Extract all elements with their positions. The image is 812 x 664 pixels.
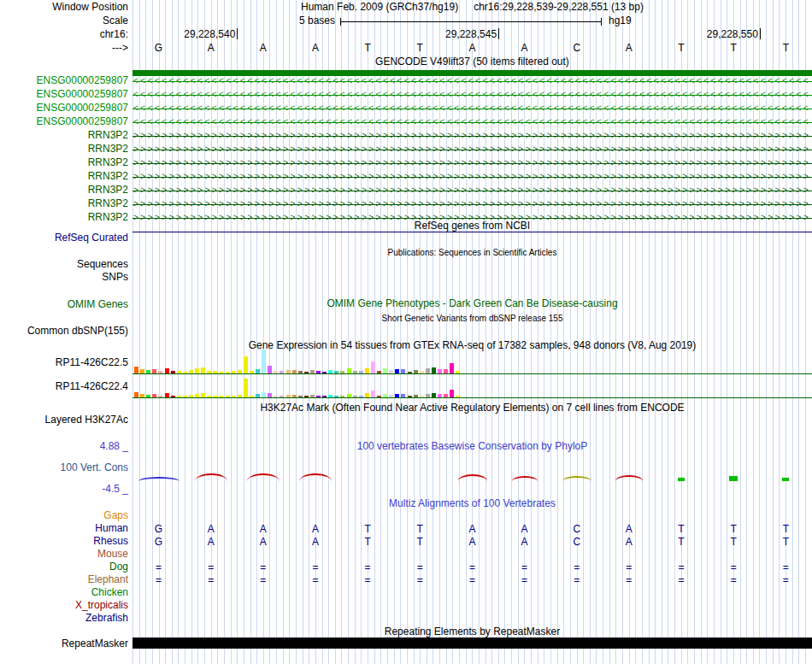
gene-row-arrows[interactable]: <<<<<<<<<<<<<<<<<<<<<<<<<<<<<<<<<<<<<<<<… (133, 116, 810, 128)
gene-row-arrows[interactable]: >>>>>>>>>>>>>>>>>>>>>>>>>>>>>>>>>>>>>>>>… (133, 171, 810, 183)
ruler-base: T (394, 43, 446, 54)
gtex-tissue-bar (256, 369, 260, 373)
multiz-cell: T (760, 537, 812, 548)
multiz-cell: C (550, 524, 603, 535)
gtex-tissue-bar (322, 396, 327, 397)
multiz-species-label[interactable]: Human (95, 523, 128, 534)
gtex-tissue-bar (365, 368, 369, 373)
gene-row-label[interactable]: RRN3P2 (88, 185, 128, 196)
gene-row-arrows[interactable]: >>>>>>>>>>>>>>>>>>>>>>>>>>>>>>>>>>>>>>>>… (133, 144, 810, 156)
multiz-cell: T (656, 537, 708, 548)
multiz-cell: = (550, 562, 603, 573)
gtex-tissue-bar (395, 394, 399, 397)
gtex-gene-label[interactable]: RP11-426C22.5 (56, 357, 128, 368)
multiz-track-title[interactable]: Multiz Alignments of 100 Vertebrates (132, 498, 812, 509)
gtex-tissue-bar (219, 372, 223, 373)
coordinate-tick (760, 28, 761, 39)
gene-row-label[interactable]: RRN3P2 (88, 171, 128, 182)
multiz-cell: = (237, 562, 289, 573)
phylop-track-title[interactable]: 100 vertebrates Basewise Conservation by… (132, 441, 812, 452)
repeatmasker-label[interactable]: RepeatMasker (62, 638, 128, 649)
gene-row-arrows[interactable]: >>>>>>>>>>>>>>>>>>>>>>>>>>>>>>>>>>>>>>>>… (133, 157, 810, 169)
gtex-tissue-bar (420, 396, 424, 397)
gencode-track-title[interactable]: GENCODE V49lift37 (50 items filtered out… (132, 56, 812, 68)
gtex-tissue-bar (279, 371, 284, 373)
gene-row-arrows[interactable]: >>>>>>>>>>>>>>>>>>>>>>>>>>>>>>>>>>>>>>>>… (133, 185, 810, 197)
gtex-tissue-bar (292, 395, 297, 397)
ruler-base: A (498, 43, 550, 54)
gene-row-label[interactable]: ENSG00000259807 (37, 103, 128, 114)
multiz-species-label[interactable]: Zebrafish (85, 613, 128, 624)
multiz-cell: T (342, 524, 394, 535)
gtex-tissue-bar (420, 371, 424, 373)
gene-row-label[interactable]: RRN3P2 (88, 198, 128, 209)
refseq-curated-label[interactable]: RefSeq Curated (55, 232, 128, 244)
gtex-tissue-bar (183, 372, 187, 373)
gtex-tissue-bar (401, 394, 405, 397)
omim-genes-label[interactable]: OMIM Genes (68, 299, 128, 310)
gene-row-label[interactable]: ENSG00000259807 (37, 116, 128, 127)
gene-row-label[interactable]: RRN3P2 (88, 144, 128, 155)
gtex-tissue-bar (444, 369, 448, 373)
gtex-tissue-bar (134, 392, 138, 397)
dbsnp-track-title[interactable]: Short Genetic Variants from dbSNP releas… (132, 313, 812, 324)
gene-row-arrows[interactable]: >>>>>>>>>>>>>>>>>>>>>>>>>>>>>>>>>>>>>>>>… (133, 130, 810, 142)
gtex-track-title[interactable]: Gene Expression in 54 tissues from GTEx … (132, 340, 812, 351)
gtex-tissue-bar (347, 394, 351, 397)
gene-row-arrows[interactable]: <<<<<<<<<<<<<<<<<<<<<<<<<<<<<<<<<<<<<<<<… (133, 75, 810, 87)
multiz-species-label[interactable]: Rhesus (93, 536, 128, 547)
ruler-base: A (289, 43, 341, 54)
ruler-base: C (550, 43, 603, 54)
snps-label[interactable]: SNPs (102, 272, 128, 283)
multiz-cell: A (185, 537, 237, 548)
gtex-tissue-bar (189, 370, 193, 373)
gtex-gene-label[interactable]: RP11-426C22.4 (56, 381, 128, 392)
gtex-tissue-bar (334, 371, 338, 373)
multiz-cell: = (237, 575, 289, 586)
multiz-cell: T (760, 524, 812, 535)
scale-bases-text: 5 bases (299, 15, 335, 26)
multiz-cell: = (132, 575, 185, 586)
multiz-species-label[interactable]: Gaps (103, 510, 128, 521)
ruler-base: T (708, 43, 760, 54)
gtex-tissue-bar (334, 396, 338, 397)
gtex-tissue-bar (328, 370, 332, 373)
multiz-cell: = (394, 575, 446, 586)
gene-row-label[interactable]: RRN3P2 (88, 130, 128, 141)
gtex-tissue-bar (262, 350, 266, 373)
gene-row-arrows[interactable]: <<<<<<<<<<<<<<<<<<<<<<<<<<<<<<<<<<<<<<<<… (133, 103, 810, 115)
h3k27ac-track-title[interactable]: H3K27Ac Mark (Often Found Near Active Re… (132, 403, 812, 414)
publications-track-title[interactable]: Publications: Sequences in Scientific Ar… (132, 247, 812, 258)
ruler-base: A (237, 43, 289, 54)
multiz-species-label[interactable]: Chicken (91, 587, 128, 598)
layered-h3k27ac-label[interactable]: Layered H3K27Ac (45, 414, 128, 426)
multiz-species-label[interactable]: Mouse (97, 549, 128, 560)
gene-row-arrows[interactable]: >>>>>>>>>>>>>>>>>>>>>>>>>>>>>>>>>>>>>>>>… (133, 198, 810, 210)
gene-row-arrows[interactable]: <<<<<<<<<<<<<<<<<<<<<<<<<<<<<<<<<<<<<<<<… (133, 89, 810, 101)
gtex-tissue-bar (171, 396, 175, 397)
gene-row-label[interactable]: RRN3P2 (88, 157, 128, 168)
gene-row-label[interactable]: RRN3P2 (88, 212, 128, 223)
repeatmasker-item[interactable] (132, 638, 812, 649)
multiz-species-label[interactable]: Dog (109, 561, 128, 573)
refseq-curated-item[interactable] (132, 232, 812, 232)
gene-row-arrows[interactable]: >>>>>>>>>>>>>>>>>>>>>>>>>>>>>>>>>>>>>>>>… (133, 212, 810, 224)
sequences-label[interactable]: Sequences (77, 259, 128, 270)
ruler-base: T (760, 43, 812, 54)
ruler-base: A (446, 43, 498, 54)
gtex-tissue-bar (359, 371, 363, 373)
repeatmasker-track-title[interactable]: Repeating Elements by RepeatMasker (132, 626, 812, 638)
gtex-tissue-bar (383, 394, 387, 397)
gtex-tissue-bar (456, 396, 460, 397)
gene-row-label[interactable]: ENSG00000259807 (37, 75, 128, 86)
dbsnp-label[interactable]: Common dbSNP(155) (27, 326, 128, 337)
vert-cons-label[interactable]: 100 Vert. Cons (61, 462, 128, 473)
strand-direction-label: ---> (112, 43, 128, 54)
coordinate-label: 29,228,540 (184, 29, 235, 40)
gene-row-label[interactable]: ENSG00000259807 (37, 89, 128, 100)
multiz-species-label[interactable]: X_tropicalis (75, 600, 128, 611)
omim-track-title[interactable]: OMIM Gene Phenotypes - Dark Green Can Be… (132, 298, 812, 309)
multiz-cell: A (289, 537, 341, 548)
multiz-species-label[interactable]: Elephant (88, 574, 128, 585)
gtex-tissue-bar (213, 396, 217, 397)
